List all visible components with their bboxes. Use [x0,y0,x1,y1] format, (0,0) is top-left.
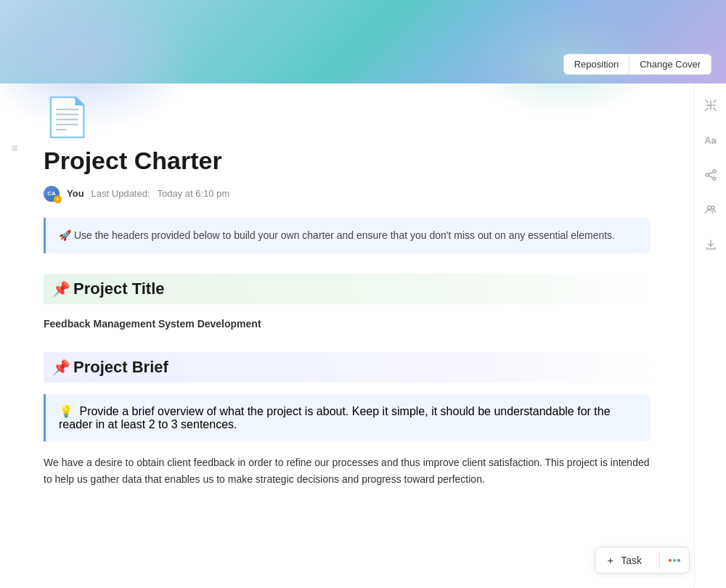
cover-action-buttons: Reposition Change Cover [563,54,711,75]
main-wrapper: ≡ 📄 Project Charter CA A You Last Update… [0,83,726,588]
svg-point-5 [707,206,711,210]
dot-blue [677,559,680,562]
outline-icon: ≡ [12,142,18,154]
svg-point-2 [713,177,716,180]
task-button-container: +Task [595,547,690,573]
change-cover-button[interactable]: Change Cover [629,54,711,74]
page-content: 📄 Project Charter CA A You Last Updated:… [0,83,694,588]
spacer-1 [44,338,650,352]
tip-text: 💡 Provide a brief overview of what the p… [59,404,637,431]
users-icon[interactable] [701,200,721,220]
intro-callout-text: 🚀 Use the headers provided below to buil… [59,228,637,243]
task-main-button[interactable]: +Task [595,547,653,573]
author-badge: A [54,195,62,203]
task-options-button[interactable] [659,552,689,568]
svg-point-6 [711,206,714,209]
svg-point-1 [706,173,709,176]
outline-toggle[interactable]: ≡ [12,142,18,155]
tip-content: Provide a brief overview of what the pro… [59,405,611,430]
download-icon[interactable] [701,234,721,255]
last-updated-label: Last Updated: [91,188,150,199]
intro-emoji: 🚀 [59,229,71,241]
project-title-value: Feedback Management System Development [44,316,650,332]
reposition-button[interactable]: Reposition [564,54,629,74]
dot-red [669,559,672,562]
share-icon[interactable] [701,165,721,185]
project-brief-tip: 💡 Provide a brief overview of what the p… [44,394,650,441]
section-project-brief-heading: 📌 Project Brief [44,352,650,383]
author-row: CA A You Last Updated: Today at 6:10 pm [44,186,650,202]
page-title: Project Charter [44,146,650,176]
section-1-emoji: 📌 [52,280,70,298]
project-brief-content: We have a desire to obtain client feedba… [44,454,650,487]
section-2-title: Project Brief [73,358,168,377]
cover-image: Reposition Change Cover [0,0,726,83]
right-sidebar: Aa [694,83,726,588]
tip-emoji: 💡 [59,405,73,417]
svg-line-3 [708,172,712,174]
svg-line-4 [708,176,712,178]
page-icon: 📄 [44,98,650,136]
intro-text: Use the headers provided below to build … [74,229,615,241]
svg-point-0 [713,170,716,173]
author-name: You [67,188,84,199]
intro-callout: 🚀 Use the headers provided below to buil… [44,218,650,253]
avatar: CA A [44,186,60,202]
expand-icon[interactable] [701,95,721,115]
font-label: Aa [704,135,717,146]
dot-green [673,559,676,562]
last-updated-value: Today at 6:10 pm [158,188,230,199]
font-icon[interactable]: Aa [701,130,721,150]
section-1-title: Project Title [73,279,165,298]
section-project-title-heading: 📌 Project Title [44,274,650,304]
section-2-emoji: 📌 [52,359,70,376]
